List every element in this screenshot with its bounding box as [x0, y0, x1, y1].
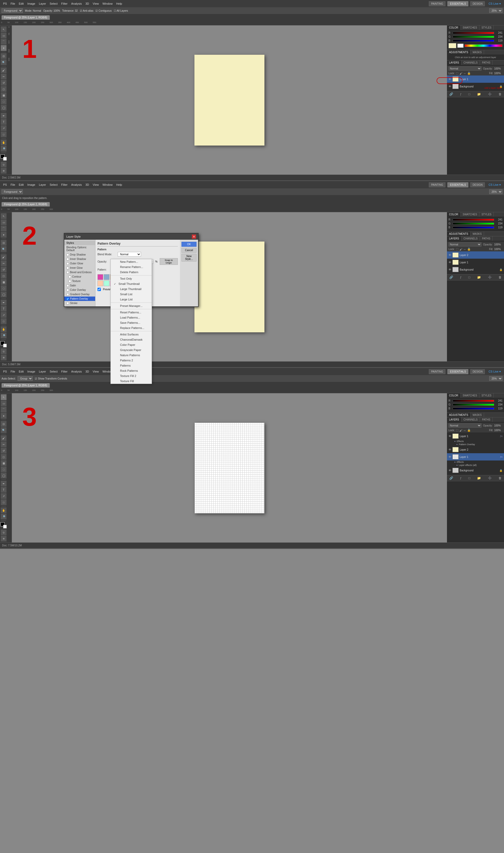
layer-row-bg-1[interactable]: 👁 Background 🔒 — [447, 83, 504, 90]
ctx-color-paper[interactable]: Color Paper — [111, 342, 152, 347]
blend-mode-select-1[interactable]: Normal — [449, 66, 482, 71]
tab-color-1[interactable]: COLOR — [447, 25, 461, 30]
menu-view[interactable]: View — [91, 2, 101, 6]
tool-path-select-2[interactable]: ↗ — [1, 312, 6, 318]
menu-select-3[interactable]: Select — [48, 369, 59, 373]
menu-help[interactable]: Help — [114, 2, 124, 6]
blend-mode-dialog-select[interactable]: Normal — [118, 252, 141, 257]
tool-move-2[interactable]: ↖ — [1, 213, 6, 219]
color-slider-g-1[interactable] — [453, 36, 494, 38]
tool-select-rect-3[interactable]: ▭ — [1, 401, 6, 406]
menu-select-1[interactable]: Select — [48, 2, 59, 6]
active-color-fg-1[interactable] — [449, 43, 456, 48]
background-color-2[interactable] — [3, 344, 7, 347]
tool-path-select-3[interactable]: ↗ — [1, 493, 6, 499]
tool-screen-mode-2[interactable]: ⊞ — [1, 355, 6, 360]
ctx-artist-surfaces[interactable]: Artist Surfaces — [111, 332, 152, 337]
tab-color-3[interactable]: COLOR — [447, 393, 461, 398]
tool-shape-2[interactable]: □ — [1, 318, 6, 324]
dialog-item-inner-shadow[interactable]: Inner Shadow — [64, 257, 95, 261]
ok-btn[interactable]: OK — [181, 242, 197, 247]
layer-row-layer1-1[interactable]: 👁 Layer 1 — [447, 75, 504, 83]
ctx-rock-patterns[interactable]: Rock Patterns — [111, 368, 152, 373]
menu-filter-2[interactable]: Filter — [60, 182, 69, 187]
delete-layer-btn-1[interactable]: 🗑 — [498, 92, 502, 96]
tab-swatches-2[interactable]: SWATCHES — [461, 212, 480, 216]
cs-live-btn[interactable]: CS Live ▾ — [487, 2, 502, 6]
fg-bg-color-swatch[interactable] — [1, 154, 7, 161]
color-slider-r-2[interactable] — [453, 219, 494, 221]
lock-pos-3[interactable]: ↔ — [463, 429, 466, 432]
dialog-item-gradient-overlay[interactable]: Gradient Overlay — [64, 292, 95, 297]
menu-file[interactable]: File — [9, 2, 17, 6]
tab-adj-2[interactable]: ADJUSTMENTS — [447, 232, 471, 236]
ctx-large-list[interactable]: Large List — [111, 297, 152, 302]
tool-history-3[interactable]: ↺ — [1, 448, 6, 453]
cb-gradient-overlay[interactable] — [66, 293, 69, 296]
tab-layers-1[interactable]: LAYERS — [447, 60, 462, 65]
cb-inner-glow[interactable] — [66, 267, 69, 269]
ctx-grayscale-paper[interactable]: Grayscale Paper — [111, 347, 152, 352]
dialog-item-inner-glow[interactable]: Inner Glow — [64, 266, 95, 270]
menu-image-2[interactable]: Image — [26, 182, 37, 187]
pattern-thumb-2[interactable] — [104, 274, 109, 280]
ctx-texture-fill[interactable]: Texture Fill — [111, 379, 152, 384]
layer-vis-bg-1[interactable]: 👁 — [449, 85, 451, 88]
tab-masks-2[interactable]: MASKS — [471, 232, 484, 236]
layer-row-bg-2[interactable]: 👁 Background 🔒 — [447, 266, 504, 273]
new-group-btn-3[interactable]: 📁 — [476, 476, 482, 480]
tool-history-brush[interactable]: ↺ — [1, 80, 6, 86]
add-style-btn-1[interactable]: ƒ — [459, 93, 462, 96]
tool-shape[interactable]: □ — [1, 132, 6, 137]
tool-eraser-3[interactable]: ◻ — [1, 454, 6, 460]
add-mask-btn-3[interactable]: □ — [467, 476, 471, 480]
doc-tab-foreground-2[interactable]: Foreground @ 25% (Layer 2, RGB/8) — [2, 202, 50, 207]
tool-zoom-2[interactable]: 🔎 — [1, 333, 6, 338]
tool-type-3[interactable]: T — [1, 487, 6, 493]
color-slider-b-2[interactable] — [453, 226, 494, 229]
tool-eyedropper-3[interactable]: 🔍 — [1, 427, 6, 433]
tool-magic-wand-2[interactable]: ✦ — [1, 232, 6, 238]
new-layer-btn-2[interactable]: ➕ — [487, 276, 492, 279]
new-layer-btn-1[interactable]: ➕ — [487, 92, 492, 96]
tool-pen[interactable]: ✒ — [1, 113, 6, 119]
active-color-bg-1[interactable] — [457, 43, 464, 48]
lock-t-2[interactable]: ⬚ — [456, 247, 458, 251]
menu-window-2[interactable]: Window — [101, 182, 114, 187]
tool-path-select[interactable]: ↗ — [1, 125, 6, 131]
menu-3d-3[interactable]: 3D — [84, 369, 91, 373]
menu-image[interactable]: Image — [26, 2, 37, 6]
tool-quick-mask[interactable]: Q — [1, 162, 6, 167]
layer-vis-1[interactable]: 👁 — [449, 77, 451, 81]
layer-row-layer1-2[interactable]: 👁 Layer 1 — [447, 259, 504, 266]
cs-live-btn-2[interactable]: CS Live ▾ — [487, 182, 502, 187]
tab-styles-1[interactable]: STYLES — [479, 25, 493, 30]
workspace-design-2[interactable]: DESIGN — [470, 182, 485, 187]
lock-all-3[interactable]: 🔒 — [467, 429, 471, 432]
pattern-thumb-1[interactable] — [97, 274, 103, 280]
tool-blur[interactable]: ◌ — [1, 99, 6, 104]
dialog-item-blending[interactable]: Blending Options: Default — [64, 245, 95, 253]
ctx-save-patterns[interactable]: Save Patterns... — [111, 320, 152, 325]
menu-select-2[interactable]: Select — [48, 182, 59, 187]
add-style-btn-2[interactable]: ƒ — [459, 276, 462, 279]
ctx-text-only[interactable]: Text Only — [111, 276, 152, 281]
dialog-item-stroke[interactable]: Stroke — [64, 301, 95, 306]
tab-swatches-3[interactable]: SWATCHES — [461, 393, 480, 398]
tab-styles-2[interactable]: STYLES — [479, 212, 493, 216]
dialog-item-contour[interactable]: Contour — [64, 275, 95, 279]
lock-image-icon-1[interactable]: 🖌 — [460, 72, 462, 75]
tool-dodge-3[interactable]: ◯ — [1, 473, 6, 478]
tab-masks-1[interactable]: MASKS — [471, 50, 484, 54]
tool-pen-3[interactable]: ✒ — [1, 481, 6, 486]
menu-layer-2[interactable]: Layer — [37, 182, 48, 187]
tab-channels-3[interactable]: CHANNELS — [462, 417, 480, 422]
menu-help-2[interactable]: Help — [114, 182, 124, 187]
tool-lasso-3[interactable]: ⌒ — [1, 407, 6, 413]
link-layers-btn-3[interactable]: 🔗 — [449, 476, 454, 480]
tool-move-3[interactable]: ↖ — [1, 394, 6, 400]
ctx-reset-patterns[interactable]: Reset Patterns... — [111, 310, 152, 315]
tab-swatches-1[interactable]: SWATCHES — [461, 25, 480, 30]
tool-hand-3[interactable]: ✋ — [1, 507, 6, 513]
menu-layer-3[interactable]: Layer — [37, 369, 48, 373]
